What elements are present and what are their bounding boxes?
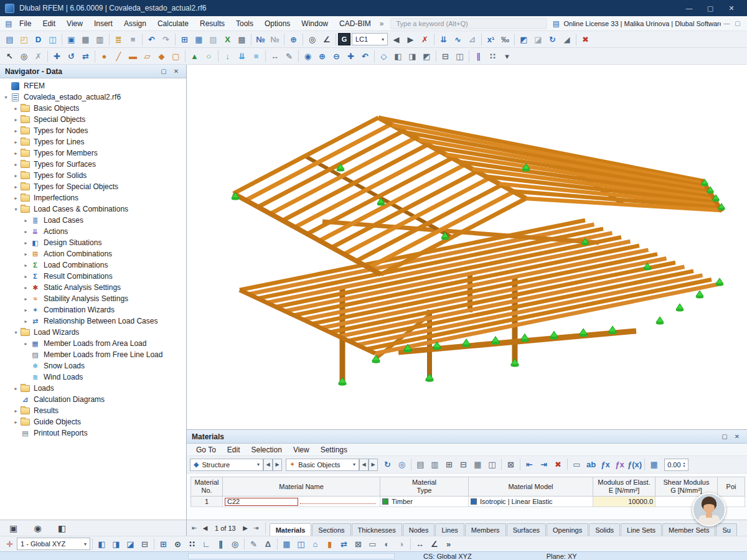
tree-expander-icon[interactable]: ▸ — [22, 251, 29, 257]
tree-item-special-objects[interactable]: ▸Special Objects — [0, 114, 186, 125]
plane-offset-icon[interactable]: ⊟ — [138, 537, 152, 551]
print-graphic-icon[interactable]: ▦ — [78, 32, 93, 47]
measure-angle-icon[interactable]: ∠ — [319, 32, 334, 47]
clipping-box-icon[interactable]: ◢ — [560, 32, 574, 47]
save-model-icon[interactable]: ▣ — [64, 32, 78, 47]
visibility-modes-icon[interactable]: ◪ — [531, 32, 545, 47]
coordinate-system-combo[interactable]: 1 - Global XYZ ▾ — [17, 538, 90, 550]
menu-insert[interactable]: Insert — [88, 18, 118, 29]
rotate-objects-icon[interactable]: ↺ — [64, 49, 78, 63]
view-isometric-icon[interactable]: ◇ — [377, 49, 391, 63]
category-next-button[interactable]: ▶ — [369, 459, 378, 471]
zoom-window-icon[interactable]: ◉ — [301, 49, 315, 63]
grid-settings-icon[interactable]: ∷ — [486, 49, 500, 63]
show-loads-icon[interactable]: ⇊ — [436, 32, 451, 47]
view-xz-icon[interactable]: ◨ — [405, 49, 420, 63]
row-select-icon[interactable]: ▤ — [413, 457, 428, 472]
sync-selection-icon[interactable]: ↻ — [380, 457, 395, 472]
tree-item-load-cases[interactable]: ▸≣Load Cases — [0, 215, 186, 226]
table-cell[interactable]: Timber — [380, 497, 469, 507]
tab-sections[interactable]: Sections — [312, 523, 350, 536]
tree-expander-icon[interactable]: ▸ — [12, 128, 19, 134]
tree-item-basic-objects[interactable]: ▸Basic Objects — [0, 103, 186, 114]
new-node-icon[interactable]: ● — [97, 49, 111, 63]
tree-expander-icon[interactable]: ▸ — [12, 139, 19, 145]
tree-item-calculation-diagrams[interactable]: ⊿Calculation Diagrams — [0, 394, 186, 405]
snap-objects-icon[interactable]: ◎ — [228, 537, 242, 551]
toolbar-float-icon[interactable]: — — [721, 18, 732, 29]
report-template-icon[interactable]: ≡ — [126, 32, 140, 47]
tree-expander-icon[interactable]: ▸ — [22, 218, 29, 223]
tab-members[interactable]: Members — [465, 523, 506, 536]
snap-ortho-icon[interactable]: ∟ — [199, 537, 214, 551]
clear-table-icon[interactable]: ⊠ — [504, 457, 518, 472]
tree-expander-icon[interactable]: ▸ — [12, 106, 19, 111]
snap-guidelines-icon[interactable]: ∥ — [214, 537, 228, 551]
view-yz-icon[interactable]: ◩ — [420, 49, 434, 63]
tree-expander-icon[interactable]: ▾ — [2, 95, 9, 100]
restore-button[interactable]: ▢ — [700, 0, 721, 16]
display-options-icon[interactable]: ▣ — [6, 521, 21, 535]
tree-item-guide-objects[interactable]: ▸Guide Objects — [0, 416, 186, 427]
open-model-icon[interactable]: ◰ — [17, 32, 31, 47]
tree-expander-icon[interactable]: ▸ — [12, 184, 19, 190]
navigator-close-icon[interactable]: ✕ — [171, 67, 181, 77]
tree-item-actions[interactable]: ▸⇊Actions — [0, 226, 186, 237]
cad-bim-exchange-icon[interactable]: ◫ — [45, 32, 60, 47]
menu-assign[interactable]: Assign — [118, 18, 152, 29]
formula-manager-icon[interactable]: ƒx — [613, 457, 627, 472]
menu-tools[interactable]: Tools — [230, 18, 259, 29]
camera-view-icon[interactable]: ◧ — [55, 521, 69, 535]
tree-item-results[interactable]: ▸Results — [0, 405, 186, 416]
protractor-icon[interactable]: ∠ — [427, 537, 441, 551]
tree-expander-icon[interactable]: ▸ — [12, 162, 19, 167]
tree-expander-icon[interactable]: ▸ — [22, 296, 29, 302]
new-solid-icon[interactable]: ◆ — [154, 49, 169, 63]
menu-cad-bim[interactable]: CAD-BIM — [334, 18, 377, 29]
units-settings-icon[interactable]: ▦ — [647, 457, 661, 472]
tree-item-imperfections[interactable]: ▸Imperfections — [0, 192, 186, 203]
tree-expander-icon[interactable]: ▸ — [12, 419, 19, 425]
tab-line-sets[interactable]: Line Sets — [621, 523, 662, 536]
tree-item-load-wizards[interactable]: ▾Load Wizards — [0, 327, 186, 338]
result-tables-icon[interactable]: ⊿ — [465, 32, 479, 47]
center-objects-icon[interactable]: ⊕ — [286, 32, 301, 47]
tree-item-printout-reports[interactable]: ▤Printout Reports — [0, 427, 186, 439]
new-line-icon[interactable]: ╱ — [111, 49, 126, 63]
renumber-options-icon[interactable]: № — [268, 32, 282, 47]
tree-item-member-loads-from-area-load[interactable]: ▸▦Member Loads from Area Load — [0, 338, 186, 349]
structure-combo[interactable]: ◆ Structure ▾ — [190, 459, 263, 471]
tree-expander-icon[interactable]: ▸ — [22, 341, 29, 347]
user-avatar[interactable] — [692, 493, 726, 526]
table-row[interactable]: 1C22TimberIsotropic | Linear Elastic1000… — [190, 497, 747, 507]
bottom-overflow-icon[interactable]: » — [441, 537, 456, 551]
tree-item-covaleda-estado-actual2-rf6[interactable]: ▾Covaleda_estado_actual2.rf6 — [0, 91, 186, 103]
comments-icon[interactable]: ✎ — [282, 49, 296, 63]
tree-expander-icon[interactable]: ▾ — [12, 207, 19, 212]
table-toggle-icon[interactable]: ▦ — [280, 537, 294, 551]
tree-item-loads[interactable]: ▸Loads — [0, 383, 186, 394]
new-support-icon[interactable]: ▲ — [187, 49, 202, 63]
tree-item-types-for-nodes[interactable]: ▸Types for Nodes — [0, 125, 186, 136]
next-load-case-icon[interactable]: ▶ — [403, 32, 418, 47]
next-record-button[interactable]: ▶ — [240, 523, 251, 533]
printout-report-icon[interactable]: ≣ — [111, 32, 126, 47]
menu-window[interactable]: Window — [296, 18, 334, 29]
check-entries-icon[interactable]: ab — [584, 457, 598, 472]
select-special-icon[interactable]: ◎ — [17, 49, 31, 63]
tree-expander-icon[interactable]: ▸ — [22, 307, 29, 313]
rotate-view-icon[interactable]: ↻ — [545, 32, 560, 47]
spinner-arrows[interactable]: ▴▾ — [684, 462, 685, 468]
tree-expander-icon[interactable]: ▸ — [12, 386, 19, 391]
delete-results-icon[interactable]: ✖ — [578, 32, 593, 47]
tree-expander-icon[interactable]: ▸ — [22, 274, 29, 279]
column-header-material-type[interactable]: MaterialType — [380, 477, 469, 497]
tree-item-member-loads-from-free-line-load[interactable]: ▨Member Loads from Free Line Load — [0, 349, 186, 360]
structure-prev-button[interactable]: ◀ — [263, 459, 273, 471]
minimize-button[interactable]: — — [679, 0, 700, 16]
tree-expander-icon[interactable]: ▸ — [22, 285, 29, 291]
toolbar-restore-icon[interactable]: ▢ — [732, 18, 743, 29]
tree-expander-icon[interactable]: ▸ — [22, 229, 29, 235]
pick-mode-icon[interactable]: ◎ — [305, 32, 319, 47]
tree-item-relationship-between-load-cases[interactable]: ▸⇄Relationship Between Load Cases — [0, 315, 186, 327]
